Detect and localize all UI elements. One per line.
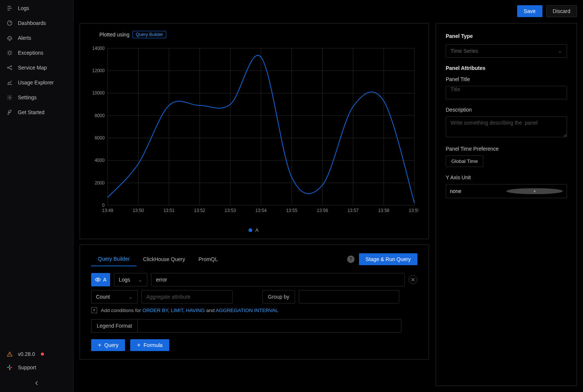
- logs-icon: [7, 5, 13, 11]
- aggregate-attr-input[interactable]: [141, 290, 233, 303]
- sidebar-item-label: Settings: [18, 94, 37, 100]
- svg-rect-9: [10, 367, 12, 368]
- plus-square-icon[interactable]: +: [91, 307, 97, 313]
- chart-legend[interactable]: A: [89, 224, 418, 233]
- remove-query-button[interactable]: [409, 275, 417, 284]
- sidebar-item-label: Exceptions: [18, 50, 43, 56]
- panel-type-select[interactable]: Time Series ⌄: [446, 44, 567, 58]
- y-axis-unit-select[interactable]: none ×: [446, 184, 567, 198]
- svg-text:13:51: 13:51: [163, 208, 174, 213]
- svg-text:4000: 4000: [95, 158, 105, 163]
- description-input[interactable]: [446, 116, 567, 137]
- svg-text:13:53: 13:53: [225, 208, 236, 213]
- save-button[interactable]: Save: [517, 5, 542, 17]
- help-icon[interactable]: ?: [347, 256, 355, 263]
- eye-icon: [95, 277, 101, 283]
- sidebar-item-service-map[interactable]: Service Map: [0, 60, 73, 75]
- service-map-icon: [7, 65, 13, 71]
- sidebar-item-label: Logs: [18, 5, 29, 11]
- topbar: Save Discard: [80, 5, 577, 17]
- limit-link[interactable]: LIMIT: [171, 308, 183, 313]
- discard-button[interactable]: Discard: [546, 5, 577, 17]
- svg-point-48: [97, 279, 99, 280]
- support-label: Support: [18, 364, 36, 370]
- sidebar: Logs Dashboards Alerts Exceptions Servic…: [0, 0, 74, 392]
- legend-dot-icon: [249, 228, 252, 232]
- sidebar-item-exceptions[interactable]: Exceptions: [0, 45, 73, 60]
- agginterval-link[interactable]: AGGREGATION INTERVAL: [216, 308, 278, 313]
- chevron-down-icon: ⌄: [125, 294, 133, 300]
- sidebar-item-label: Dashboards: [18, 20, 46, 26]
- slack-icon: [7, 364, 13, 370]
- config-panel: Panel Type Time Series ⌄ Panel Attribute…: [436, 23, 577, 386]
- sidebar-support[interactable]: Support: [0, 361, 73, 374]
- group-by-input[interactable]: [299, 290, 399, 303]
- chevron-down-icon: ⌄: [134, 277, 142, 283]
- svg-text:14000: 14000: [92, 46, 105, 51]
- aggregate-fn-select[interactable]: Count ⌄: [91, 290, 138, 303]
- group-by-label: Group by: [262, 290, 295, 303]
- bug-icon: [7, 50, 13, 56]
- main-content: Save Discard Plotted using Query Builder…: [74, 0, 583, 392]
- sidebar-item-logs[interactable]: Logs: [0, 1, 73, 16]
- rocket-icon: [7, 109, 13, 115]
- panel-title-label: Panel Title: [446, 76, 567, 82]
- add-formula-button[interactable]: + Formula: [130, 339, 169, 351]
- svg-rect-7: [7, 367, 9, 368]
- svg-rect-8: [9, 368, 10, 370]
- sidebar-item-dashboards[interactable]: Dashboards: [0, 16, 73, 30]
- tab-clickhouse-query[interactable]: ClickHouse Query: [137, 253, 192, 266]
- update-indicator-dot: [41, 353, 44, 356]
- chart-panel: Plotted using Query Builder 020004000600…: [80, 23, 429, 239]
- clear-icon[interactable]: ×: [506, 188, 563, 194]
- plus-icon: +: [137, 342, 140, 348]
- sidebar-item-label: Get Started: [18, 109, 45, 115]
- tab-query-builder[interactable]: Query Builder: [91, 252, 137, 266]
- timeseries-chart[interactable]: 02000400060008000100001200014000 13:4913…: [89, 41, 418, 224]
- query-series-tag[interactable]: A: [91, 273, 110, 286]
- svg-text:10000: 10000: [92, 90, 105, 96]
- orderby-link[interactable]: ORDER BY: [142, 308, 168, 313]
- sidebar-item-get-started[interactable]: Get Started: [0, 105, 73, 120]
- having-link[interactable]: HAVING: [186, 308, 205, 313]
- svg-point-5: [9, 97, 10, 98]
- svg-text:13:58: 13:58: [378, 208, 389, 213]
- sidebar-version[interactable]: v0.28.0: [0, 347, 73, 361]
- description-label: Description: [446, 107, 567, 113]
- svg-text:0: 0: [102, 203, 105, 208]
- data-source-select[interactable]: Logs ⌄: [114, 273, 147, 286]
- svg-text:13:52: 13:52: [194, 208, 205, 213]
- svg-text:13:57: 13:57: [347, 208, 359, 213]
- stage-run-query-button[interactable]: Stage & Run Query: [359, 253, 417, 265]
- add-query-button[interactable]: + Query: [91, 339, 125, 351]
- sidebar-item-usage-explorer[interactable]: Usage Explorer: [0, 75, 73, 90]
- sidebar-item-settings[interactable]: Settings: [0, 90, 73, 105]
- svg-point-4: [11, 69, 12, 70]
- panel-attributes-heading: Panel Attributes: [446, 65, 567, 71]
- y-axis-unit-label: Y Axis Unit: [446, 174, 567, 180]
- query-builder-panel: Query Builder ClickHouse Query PromQL ? …: [80, 244, 429, 360]
- legend-format-label: Legend Format: [91, 319, 137, 332]
- sidebar-collapse-button[interactable]: [34, 380, 39, 387]
- sidebar-item-alerts[interactable]: Alerts: [0, 30, 73, 45]
- time-pref-label: Panel Time Preference: [446, 146, 567, 152]
- svg-text:13:49: 13:49: [102, 208, 113, 213]
- series-letter: A: [103, 277, 106, 283]
- version-label: v0.28.0: [18, 351, 35, 357]
- filter-input[interactable]: [151, 273, 405, 286]
- sidebar-item-label: Service Map: [18, 65, 47, 71]
- plus-icon: +: [98, 342, 101, 348]
- tab-promql[interactable]: PromQL: [192, 253, 224, 266]
- svg-point-3: [11, 66, 12, 67]
- legend-format-input[interactable]: [137, 319, 401, 332]
- sidebar-item-label: Alerts: [18, 35, 31, 41]
- svg-point-2: [7, 67, 9, 68]
- svg-text:13:50: 13:50: [133, 208, 144, 213]
- dashboard-icon: [7, 20, 13, 26]
- query-builder-badge[interactable]: Query Builder: [132, 31, 166, 38]
- svg-text:13:54: 13:54: [256, 208, 267, 213]
- conditions-hint: + Add conditions for ORDER BY, LIMIT, HA…: [91, 307, 417, 313]
- alert-icon: [7, 35, 13, 41]
- panel-title-input[interactable]: [446, 86, 567, 99]
- time-pref-button[interactable]: Global Time: [446, 155, 483, 167]
